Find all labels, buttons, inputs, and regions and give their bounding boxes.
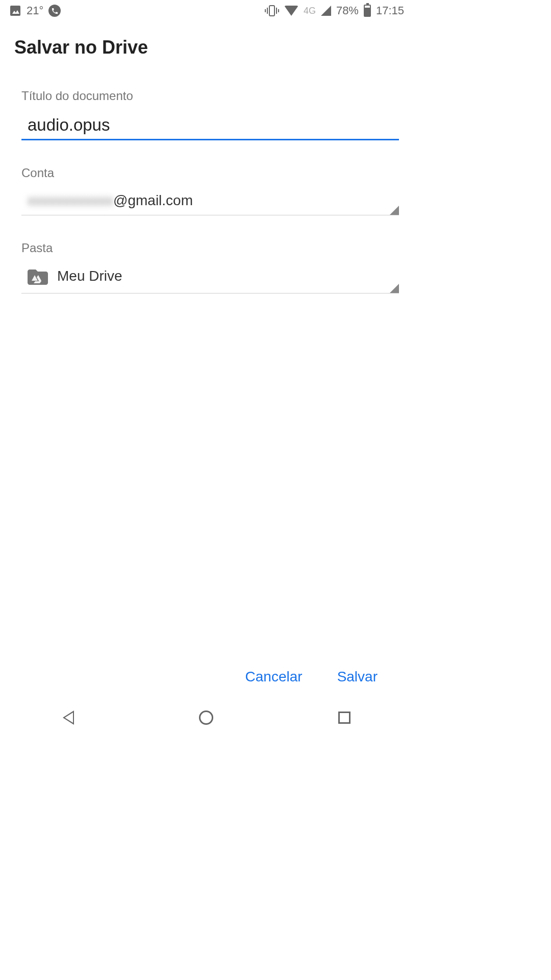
status-right: 4G 78% 17:15 xyxy=(265,4,404,17)
document-title-label: Título do documento xyxy=(14,89,399,103)
dialog-title: Salvar no Drive xyxy=(14,37,399,58)
document-title-field: Título do documento xyxy=(14,89,399,140)
battery-percent-text: 78% xyxy=(336,4,359,17)
folder-label: Pasta xyxy=(14,241,399,255)
save-button[interactable]: Salvar xyxy=(330,664,385,690)
folder-field: Pasta Meu Drive xyxy=(14,241,399,293)
nav-recent-button[interactable] xyxy=(338,712,350,724)
account-visible-part: @gmail.com xyxy=(113,192,193,209)
account-blurred-part: xxxxxxxxxxxx xyxy=(28,192,113,209)
status-bar: 21° 4G 78% 17:15 xyxy=(0,0,413,21)
temperature-text: 21° xyxy=(27,4,43,17)
dropdown-icon xyxy=(390,284,399,293)
battery-icon xyxy=(364,5,371,17)
navigation-bar xyxy=(0,704,413,735)
wifi-icon xyxy=(284,6,298,16)
signal-icon xyxy=(321,6,331,16)
network-type-text: 4G xyxy=(304,6,316,16)
nav-back-button[interactable] xyxy=(63,710,74,725)
svg-rect-1 xyxy=(269,6,274,16)
dropdown-icon xyxy=(390,206,399,215)
folder-selector[interactable]: Meu Drive xyxy=(21,263,399,293)
folder-name: Meu Drive xyxy=(57,268,122,284)
svg-rect-0 xyxy=(10,6,20,16)
document-title-input[interactable] xyxy=(21,111,399,140)
drive-folder-icon xyxy=(28,267,48,285)
account-field: Conta xxxxxxxxxxxx@gmail.com xyxy=(14,166,399,215)
phone-icon xyxy=(48,5,61,17)
status-left: 21° xyxy=(9,4,61,17)
account-label: Conta xyxy=(14,166,399,180)
picture-icon xyxy=(9,5,21,17)
dialog-content: Salvar no Drive Título do documento Cont… xyxy=(0,21,413,704)
dialog-button-row: Cancelar Salvar xyxy=(14,664,399,704)
cancel-button[interactable]: Cancelar xyxy=(238,664,310,690)
clock-text: 17:15 xyxy=(376,4,404,17)
account-selector[interactable]: xxxxxxxxxxxx@gmail.com xyxy=(21,188,399,215)
nav-home-button[interactable] xyxy=(199,710,213,725)
vibrate-icon xyxy=(265,5,279,16)
